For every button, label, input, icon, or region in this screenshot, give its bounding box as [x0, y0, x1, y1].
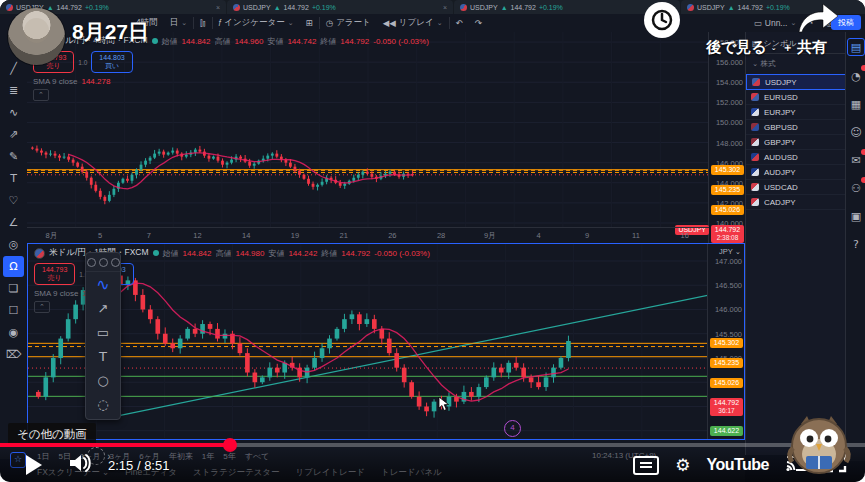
watchlist-row-eurusd[interactable]: EURUSD [746, 90, 846, 105]
mascot-owl [783, 414, 855, 480]
period-button[interactable]: 日⌄ [164, 17, 193, 29]
help-panel-icon[interactable]: ? [848, 236, 864, 252]
tab-close-icon[interactable]: × [216, 4, 220, 11]
watchlist-panel-icon[interactable]: ▤ [847, 38, 865, 56]
watchlist-row-usdcad[interactable]: USDCAD [746, 180, 846, 195]
tab-favicon-icon [687, 4, 694, 11]
candle-style-button[interactable]: ⫿⫾ [194, 18, 211, 29]
palette-arrow[interactable]: ↗ [86, 296, 120, 320]
candle-countdown: 2:38:08 [711, 234, 744, 242]
collapse-pane-button[interactable]: ⌃ [34, 301, 50, 313]
market-open-icon [152, 38, 158, 44]
trendline-tool[interactable]: ╱ [3, 58, 24, 79]
undo-button[interactable]: ↶ [450, 18, 469, 28]
price-tag: 144.622 [710, 426, 743, 436]
chevron-down-icon: ⌄ [437, 19, 443, 27]
position-tool[interactable]: ⇗ [3, 124, 24, 145]
watchlist-row-audusd[interactable]: AUDUSD [746, 150, 846, 165]
indicator-icon: 𝑓 [219, 18, 222, 29]
tab-change: +0.19% [766, 4, 790, 11]
watchlist-row-gbpjpy[interactable]: GBPJPY [746, 135, 846, 150]
watchlist-row-gbpusd[interactable]: GBPUSD [746, 120, 846, 135]
fib-retracement-tool[interactable]: ≣ [3, 80, 24, 101]
video-progress-bar[interactable] [0, 443, 865, 447]
time-axis-4h[interactable]: 8月571214192126289月491116 [27, 227, 709, 243]
price-tag: 145.235 [711, 185, 744, 195]
redo-button[interactable]: ↷ [469, 18, 488, 28]
settings-gear-icon[interactable]: ⚙ [675, 455, 690, 475]
pair-flag-icon [751, 183, 759, 191]
palette-eraser[interactable]: ◌ [86, 392, 120, 416]
chart-pane-1h[interactable]: 143.500144.000144.500145.000145.500146.0… [27, 244, 745, 440]
news-panel-icon[interactable]: ▦ [848, 96, 864, 112]
share-arrow-icon[interactable] [795, 1, 841, 39]
watchlist-row-audjpy[interactable]: AUDJPY [746, 165, 846, 180]
browser-tab[interactable]: USDJPY▲144.792+0.19%× [227, 0, 453, 14]
watchlist-symbol-label: AUDJPY [764, 168, 796, 177]
tab-favicon-icon [233, 4, 240, 11]
subtitles-button[interactable] [633, 456, 659, 475]
volume-button[interactable] [68, 453, 92, 477]
alerts-panel-icon[interactable]: ◔ [848, 68, 864, 84]
palette-ellipse[interactable]: ○ [86, 368, 120, 392]
watch-later-button[interactable]: 後で見る⌄ [706, 38, 777, 57]
price-tag: 145.302 [711, 165, 744, 175]
collapse-pane-button[interactable]: ⌃ [33, 89, 49, 101]
palette-text[interactable]: T [86, 344, 120, 368]
alert-button[interactable]: ◷アラート [320, 17, 377, 29]
price-axis-4h[interactable]: 140.000142.000144.000146.000148.000150.0… [708, 32, 745, 243]
watchlist-row-eurjpy[interactable]: EURJPY [746, 105, 846, 120]
calendar-panel-icon[interactable]: ▣ [848, 208, 864, 224]
tab-favicon-icon [460, 4, 467, 11]
emoji-tool[interactable]: ♡ [3, 190, 24, 211]
buy-button[interactable]: 144.803買い [91, 51, 132, 73]
tab-close-icon[interactable]: × [443, 4, 447, 11]
watchlist-symbol-label: USDJPY [765, 78, 797, 87]
zoom-in-tool[interactable]: ◎ [3, 234, 24, 255]
play-button[interactable] [26, 455, 42, 475]
floating-draw-palette[interactable]: ∿↗▭T○◌ [85, 252, 121, 420]
delete-drawings-tool[interactable]: ⌦ [3, 344, 24, 365]
brush-tool[interactable]: ✎ [3, 146, 24, 167]
layout-grid-button[interactable]: ⊞ [300, 18, 319, 28]
watchlist-group[interactable]: ⌄ 株式 [746, 54, 846, 74]
text-tool[interactable]: T [3, 168, 24, 189]
tab-change: +0.19% [539, 4, 563, 11]
channel-avatar[interactable] [8, 8, 65, 65]
sma-indicator-label[interactable]: SMA 9 close [34, 289, 78, 298]
measure-tool[interactable]: ∠ [3, 212, 24, 233]
hide-drawings-tool[interactable]: ◉ [3, 322, 24, 343]
sma-indicator-label[interactable]: SMA 9 close [33, 77, 77, 86]
magnet-tool[interactable]: Ω [3, 256, 24, 277]
mouse-cursor [438, 396, 450, 416]
chat-panel-icon[interactable]: ✉ [848, 152, 864, 168]
time-axis-label: 9月 [484, 231, 496, 241]
sell-button[interactable]: 144.793売り [34, 263, 75, 285]
video-player[interactable]: USDJPY▲144.792+0.19%×USDJPY▲144.792+0.19… [0, 0, 865, 482]
replay-button[interactable]: ◀◀リプレイ⌄ [377, 17, 449, 29]
pair-flag-icon [751, 198, 759, 206]
share-button[interactable]: ＋共有 [782, 38, 827, 57]
ideas-panel-icon[interactable]: ☺ [848, 124, 864, 140]
chart-pane-4h[interactable]: 140.000142.000144.000146.000148.000150.0… [27, 32, 745, 244]
drawing-mode-tool[interactable]: ❏ [3, 278, 24, 299]
community-panel-icon[interactable]: ⚇ [848, 180, 864, 196]
watch-later-clock-icon[interactable] [644, 2, 680, 38]
watchlist-row-cadjpy[interactable]: CADJPY [746, 195, 846, 210]
tab-change: +0.19% [85, 4, 109, 11]
indicators-button[interactable]: 𝑓インジケーター⌄ [213, 17, 300, 29]
price-tag: 145.026 [711, 205, 744, 215]
palette-brush[interactable]: ∿ [86, 272, 120, 296]
palette-rectangle[interactable]: ▭ [86, 320, 120, 344]
palette-handle[interactable] [86, 256, 120, 272]
pattern-tool[interactable]: ∿ [3, 102, 24, 123]
price-tag: 144.7922:38:08 [711, 225, 744, 243]
watchlist-row-usdjpy[interactable]: USDJPY [746, 74, 846, 90]
lock-drawings-tool[interactable]: ☐ [3, 300, 24, 321]
price-tag: 145.235 [710, 358, 743, 368]
currency-dropdown[interactable]: JPY ⌄ [719, 247, 741, 256]
tab-price: 144.792 [57, 4, 82, 11]
youtube-logo[interactable]: YouTube [706, 456, 769, 474]
plus-icon: ＋ [782, 40, 793, 55]
price-axis-1h[interactable]: 143.500144.000144.500145.000145.500146.0… [707, 244, 744, 439]
